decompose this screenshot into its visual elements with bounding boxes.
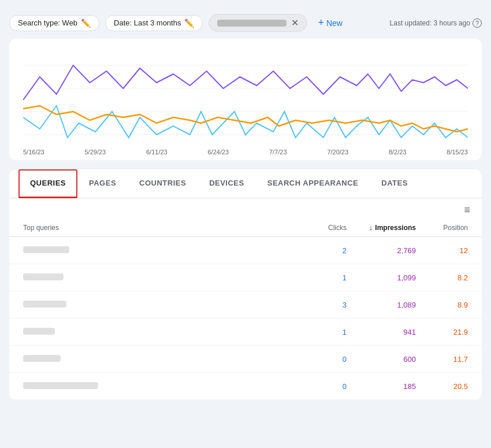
position-cell: 8.2 [416, 273, 468, 282]
edit-date-icon[interactable]: ✏️ [184, 18, 194, 28]
clicks-cell: 1 [295, 328, 347, 336]
table-row[interactable]: 0 185 20.5 [9, 373, 482, 400]
query-blur [23, 301, 66, 308]
filter-icon-row: ≡ [9, 198, 482, 219]
new-button[interactable]: + New [313, 14, 347, 32]
x-label-0: 5/16/23 [23, 149, 44, 155]
table-row[interactable]: 3 1,089 8.9 [9, 291, 482, 319]
impressions-label: Impressions [375, 224, 416, 232]
date-label: Date: Last 3 months [114, 18, 181, 27]
query-cell [23, 327, 295, 337]
query-cell [23, 299, 295, 310]
new-button-label: New [326, 18, 343, 28]
clicks-cell: 1 [295, 273, 347, 282]
table-header: Top queries Clicks ↓ Impressions Positio… [9, 219, 482, 237]
table-row[interactable]: 2 2,769 12 [9, 237, 482, 264]
impressions-cell: 185 [347, 382, 416, 391]
query-cell [23, 245, 295, 256]
position-cell: 11.7 [416, 355, 468, 364]
query-blur [23, 246, 69, 253]
tabs-row: QUERIES PAGES COUNTRIES DEVICES SEARCH A… [9, 169, 482, 198]
query-blur [23, 273, 64, 280]
position-cell: 21.9 [416, 328, 468, 336]
tab-queries[interactable]: QUERIES [18, 169, 77, 198]
help-icon[interactable]: ? [473, 18, 482, 28]
x-label-7: 8/15/23 [447, 149, 468, 155]
clicks-cell: 0 [295, 382, 347, 391]
query-cell [23, 272, 295, 283]
line-chart [23, 48, 468, 146]
tab-dates[interactable]: DATES [370, 169, 419, 198]
tab-devices[interactable]: DEVICES [198, 169, 256, 198]
header-impressions[interactable]: ↓ Impressions [347, 223, 416, 232]
tab-search-appearance[interactable]: SEARCH APPEARANCE [256, 169, 370, 198]
query-blur [23, 328, 55, 335]
impressions-cell: 1,089 [347, 301, 416, 309]
query-cell [23, 381, 295, 391]
date-filter[interactable]: Date: Last 3 months ✏️ [105, 15, 203, 31]
position-cell: 8.9 [416, 301, 468, 309]
impressions-cell: 1,099 [347, 273, 416, 282]
x-label-2: 6/11/23 [146, 149, 168, 155]
sort-down-arrow: ↓ [369, 223, 373, 232]
chart-container: 5/16/23 5/29/23 6/11/23 6/24/23 7/7/23 7… [9, 39, 482, 160]
extra-filter-blur [217, 20, 287, 27]
tab-pages[interactable]: PAGES [77, 169, 128, 198]
x-axis-labels: 5/16/23 5/29/23 6/11/23 6/24/23 7/7/23 7… [23, 146, 468, 155]
query-blur [23, 355, 61, 362]
header-position: Position [416, 224, 468, 232]
extra-filter-close-button[interactable]: ✕ [291, 17, 299, 28]
edit-search-type-icon[interactable]: ✏️ [81, 18, 91, 28]
x-label-3: 6/24/23 [208, 149, 229, 155]
query-cell [23, 354, 295, 364]
tabs-container: QUERIES PAGES COUNTRIES DEVICES SEARCH A… [9, 169, 482, 400]
clicks-cell: 2 [295, 246, 347, 255]
position-cell: 12 [416, 246, 468, 255]
x-label-6: 8/2/23 [389, 149, 407, 155]
search-type-label: Search type: Web [18, 18, 77, 27]
tab-countries[interactable]: COUNTRIES [128, 169, 198, 198]
search-type-filter[interactable]: Search type: Web ✏️ [9, 15, 99, 31]
impressions-cell: 941 [347, 328, 416, 336]
table-row[interactable]: 1 941 21.9 [9, 319, 482, 346]
x-label-5: 7/20/23 [327, 149, 348, 155]
impressions-cell: 600 [347, 355, 416, 364]
header-top-queries: Top queries [23, 224, 295, 232]
position-cell: 20.5 [416, 382, 468, 391]
table-row[interactable]: 1 1,099 8.2 [9, 264, 482, 291]
clicks-cell: 3 [295, 301, 347, 309]
clicks-cell: 0 [295, 355, 347, 364]
x-label-4: 7/7/23 [269, 149, 287, 155]
header-clicks: Clicks [295, 224, 347, 232]
x-label-1: 5/29/23 [85, 149, 106, 155]
impressions-cell: 2,769 [347, 246, 416, 255]
filter-rows-icon[interactable]: ≡ [464, 204, 470, 216]
extra-filter[interactable]: ✕ [209, 14, 307, 32]
last-updated-info: Last updated: 3 hours ago ? [390, 18, 482, 28]
plus-icon: + [318, 17, 324, 29]
last-updated-text: Last updated: 3 hours ago [390, 19, 470, 27]
header-bar: Search type: Web ✏️ Date: Last 3 months … [9, 9, 482, 34]
query-blur [23, 382, 98, 389]
table-row[interactable]: 0 600 11.7 [9, 346, 482, 373]
